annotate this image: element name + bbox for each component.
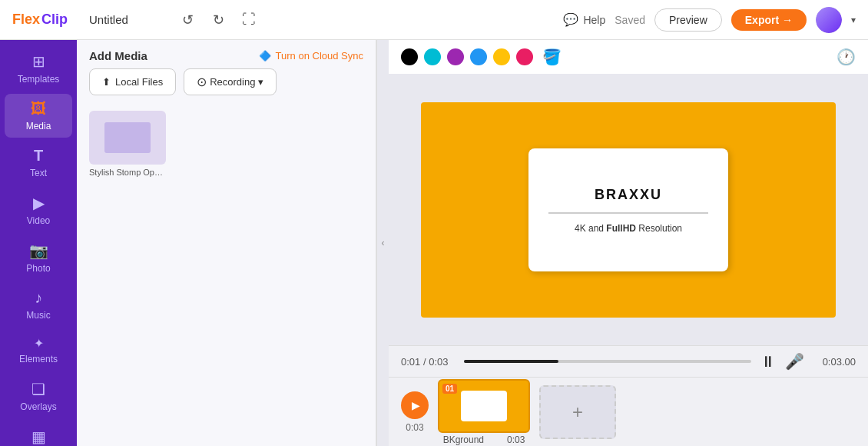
clip-thumbnail: [461, 391, 507, 421]
elements-icon: ✦: [34, 336, 44, 351]
fullscreen-button[interactable]: ⛶: [237, 8, 261, 32]
header-right: 💬 Help Saved Preview Export → ▾: [563, 7, 856, 33]
text-icon: T: [34, 147, 43, 165]
color-teal[interactable]: [424, 48, 441, 65]
export-button[interactable]: Export →: [731, 9, 807, 31]
controls-bar: 0:01 / 0:03 ⏸ 🎤 0:03.00: [389, 345, 868, 377]
media-thumbnail[interactable]: [89, 111, 166, 165]
header-actions: ↺ ↻ ⛶: [175, 8, 261, 32]
help-button[interactable]: 💬 Help: [563, 12, 605, 27]
undo-button[interactable]: ↺: [175, 8, 200, 32]
color-yellow[interactable]: [493, 48, 510, 65]
sidebar-item-media[interactable]: 🖼 Media: [5, 94, 72, 138]
clip-badge: 01: [442, 384, 457, 394]
media-item[interactable]: Stylish Stomp Ope...s.mp4: [89, 111, 166, 440]
templates-icon: ⊞: [32, 52, 45, 71]
bkground-icon: ▦: [31, 428, 46, 446]
preview-button[interactable]: Preview: [654, 8, 722, 32]
media-actions: ⬆ Local Files ⊙ Recording ▾: [77, 68, 376, 105]
mic-button[interactable]: 🎤: [785, 352, 804, 371]
add-icon: +: [572, 401, 583, 423]
sidebar-item-overlays[interactable]: ❏ Overlays: [5, 374, 72, 418]
progress-bar[interactable]: [464, 360, 751, 363]
color-black[interactable]: [401, 48, 418, 65]
sidebar-item-music[interactable]: ♪ Music: [5, 283, 72, 327]
mic-icon: 🎤: [785, 353, 804, 370]
timeline-clip[interactable]: 01: [438, 379, 530, 433]
main-layout: ⊞ Templates 🖼 Media T Text ▶ Video 📷 Pho…: [0, 40, 868, 446]
play-icon: ▶: [412, 399, 420, 411]
sidebar-item-text[interactable]: T Text: [5, 141, 72, 185]
sidebar-item-bkground[interactable]: ▦ BKground: [5, 421, 72, 446]
video-icon: ▶: [33, 194, 45, 212]
color-bucket-icon[interactable]: 🪣: [542, 48, 562, 66]
color-blue[interactable]: [470, 48, 487, 65]
pause-button[interactable]: ⏸: [760, 353, 776, 371]
media-panel-header: Add Media 🔷 Turn on Cloud Sync: [77, 40, 376, 68]
avatar[interactable]: [816, 7, 842, 33]
logo: FlexClip: [12, 12, 68, 28]
project-title-input[interactable]: [89, 13, 166, 26]
photo-icon: 📷: [29, 241, 48, 260]
card-subtitle: 4K and FullHD Resolution: [575, 223, 682, 234]
media-icon: 🖼: [31, 100, 46, 118]
preview-card: BRAXXU 4K and FullHD Resolution: [528, 148, 728, 271]
media-filename: Stylish Stomp Ope...s.mp4: [89, 168, 166, 177]
video-preview: BRAXXU 4K and FullHD Resolution: [421, 102, 836, 318]
recording-chevron-icon: ▾: [258, 76, 263, 88]
timeline-time: 0:03: [406, 422, 423, 433]
media-panel-title: Add Media: [89, 49, 147, 62]
clip-label: BKground: [443, 434, 484, 445]
cloud-sync-button[interactable]: 🔷 Turn on Cloud Sync: [259, 50, 363, 62]
sidebar-label-photo: Photo: [26, 263, 50, 274]
preview-canvas: BRAXXU 4K and FullHD Resolution: [389, 75, 868, 345]
sidebar-label-music: Music: [26, 310, 50, 321]
account-chevron[interactable]: ▾: [851, 15, 856, 25]
collapse-icon: ‹: [382, 238, 385, 248]
sidebar-label-elements: Elements: [19, 354, 58, 364]
clip-duration: 0:03: [507, 434, 525, 445]
add-clip-button[interactable]: +: [539, 385, 616, 439]
history-icon[interactable]: 🕐: [837, 48, 856, 66]
sidebar-item-photo[interactable]: 📷 Photo: [5, 235, 72, 280]
media-grid: Stylish Stomp Ope...s.mp4: [77, 105, 376, 446]
timeline-clip-wrapper: 01 BKground 0:03: [438, 379, 530, 445]
music-icon: ♪: [35, 289, 42, 307]
sidebar-label-text: Text: [30, 168, 47, 178]
current-time: 0:01 / 0:03: [401, 356, 455, 368]
recording-button[interactable]: ⊙ Recording ▾: [184, 68, 277, 95]
diamond-icon: 🔷: [259, 50, 271, 62]
progress-fill: [464, 360, 558, 363]
overlays-icon: ❏: [31, 380, 45, 398]
color-palette: 🪣 🕐: [389, 40, 868, 75]
sidebar-label-media: Media: [26, 121, 51, 131]
sidebar-label-templates: Templates: [18, 74, 60, 85]
sidebar-label-video: Video: [27, 215, 50, 226]
panel-collapse-handle[interactable]: ‹: [376, 40, 389, 446]
record-icon: ⊙: [197, 75, 207, 89]
color-pink[interactable]: [516, 48, 533, 65]
pause-icon: ⏸: [760, 353, 776, 371]
media-panel: Add Media 🔷 Turn on Cloud Sync ⬆ Local F…: [77, 40, 376, 446]
timeline-play-button[interactable]: ▶: [401, 391, 429, 419]
total-duration: 0:03.00: [813, 356, 856, 368]
sidebar-item-video[interactable]: ▶ Video: [5, 188, 72, 232]
app-header: FlexClip ↺ ↻ ⛶ 💬 Help Saved Preview Expo…: [0, 0, 868, 40]
sidebar-label-overlays: Overlays: [20, 401, 56, 412]
saved-status: Saved: [615, 14, 645, 26]
card-brand-title: BRAXXU: [595, 187, 662, 203]
timeline-play-col: ▶ 0:03: [401, 391, 429, 433]
chat-icon: 💬: [563, 12, 578, 27]
local-files-button[interactable]: ⬆ Local Files: [89, 68, 176, 95]
timeline: ▶ 0:03 01 BKground 0:03 +: [389, 377, 868, 446]
sidebar-item-elements[interactable]: ✦ Elements: [5, 330, 72, 371]
canvas-area: 🪣 🕐 BRAXXU 4K and FullHD Resolution 0:01…: [389, 40, 868, 446]
sidebar-item-templates[interactable]: ⊞ Templates: [5, 46, 72, 91]
sidebar: ⊞ Templates 🖼 Media T Text ▶ Video 📷 Pho…: [0, 40, 77, 446]
upload-icon: ⬆: [102, 76, 111, 88]
redo-button[interactable]: ↻: [206, 8, 230, 32]
color-purple[interactable]: [447, 48, 464, 65]
